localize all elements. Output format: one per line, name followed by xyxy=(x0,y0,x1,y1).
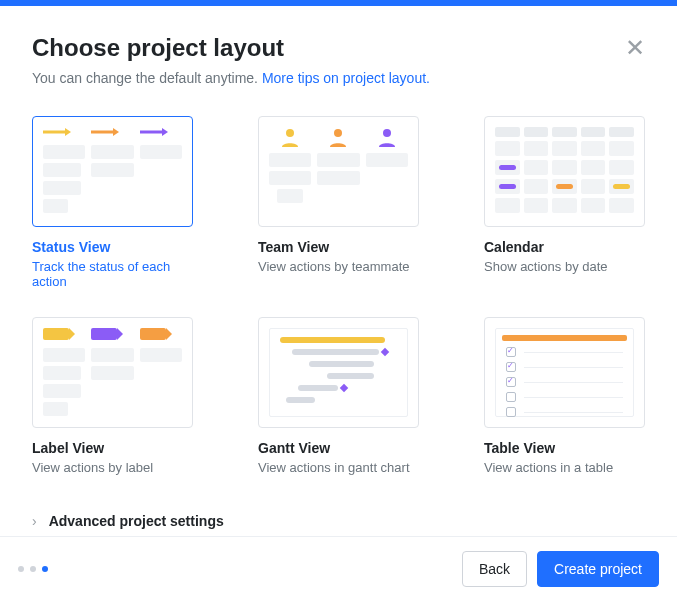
layout-desc: View actions in a table xyxy=(484,460,645,475)
label-view-thumb xyxy=(32,317,193,428)
svg-point-6 xyxy=(286,129,294,137)
person-icon xyxy=(328,127,348,147)
chevron-right-icon: › xyxy=(32,513,37,529)
subtitle-text: You can change the default anytime. xyxy=(32,70,262,86)
checkbox-icon xyxy=(506,347,516,357)
table-view-thumb xyxy=(484,317,645,428)
tag-icon xyxy=(140,328,166,340)
calendar-thumb xyxy=(484,116,645,227)
layout-option-status[interactable]: Status View Track the status of each act… xyxy=(32,116,193,289)
layout-option-gantt[interactable]: Gantt View View actions in gantt chart xyxy=(258,317,419,475)
layout-title: Gantt View xyxy=(258,440,419,456)
layout-desc: View actions in gantt chart xyxy=(258,460,419,475)
layout-option-calendar[interactable]: Calendar Show actions by date xyxy=(484,116,645,289)
advanced-settings-toggle[interactable]: › Advanced project settings xyxy=(32,507,645,535)
layout-option-team[interactable]: Team View View actions by teammate xyxy=(258,116,419,289)
person-icon xyxy=(377,127,397,147)
close-button[interactable]: ✕ xyxy=(625,36,645,60)
layout-title: Team View xyxy=(258,239,419,255)
advanced-settings-label: Advanced project settings xyxy=(49,513,224,529)
layout-desc: View actions by label xyxy=(32,460,193,475)
checkbox-icon xyxy=(506,377,516,387)
gantt-view-thumb xyxy=(258,317,419,428)
step-dot xyxy=(18,566,24,572)
arrow-right-icon xyxy=(43,127,85,137)
layout-title: Label View xyxy=(32,440,193,456)
layout-grid: Status View Track the status of each act… xyxy=(32,116,645,475)
person-icon xyxy=(280,127,300,147)
svg-point-7 xyxy=(334,129,342,137)
svg-marker-3 xyxy=(113,128,119,136)
team-view-thumb xyxy=(258,116,419,227)
step-dot xyxy=(42,566,48,572)
arrow-right-icon xyxy=(140,127,182,137)
svg-marker-5 xyxy=(162,128,168,136)
layout-desc: Show actions by date xyxy=(484,259,645,274)
footer: Back Create project xyxy=(0,536,677,601)
tips-link[interactable]: More tips on project layout. xyxy=(262,70,430,86)
layout-title: Table View xyxy=(484,440,645,456)
back-button[interactable]: Back xyxy=(462,551,527,587)
tag-icon xyxy=(91,328,117,340)
layout-title: Calendar xyxy=(484,239,645,255)
checkbox-icon xyxy=(506,392,516,402)
page-subtitle: You can change the default anytime. More… xyxy=(32,70,645,86)
footer-actions: Back Create project xyxy=(462,551,659,587)
layout-desc: View actions by teammate xyxy=(258,259,419,274)
status-view-thumb xyxy=(32,116,193,227)
close-icon: ✕ xyxy=(625,34,645,61)
step-dot xyxy=(30,566,36,572)
arrow-right-icon xyxy=(91,127,133,137)
svg-marker-1 xyxy=(65,128,71,136)
layout-option-table[interactable]: Table View View actions in a table xyxy=(484,317,645,475)
layout-option-label[interactable]: Label View View actions by label xyxy=(32,317,193,475)
content-area: Choose project layout You can change the… xyxy=(0,6,677,535)
create-project-button[interactable]: Create project xyxy=(537,551,659,587)
checkbox-icon xyxy=(506,362,516,372)
step-indicator xyxy=(18,566,48,572)
layout-desc: Track the status of each action xyxy=(32,259,193,289)
tag-icon xyxy=(43,328,69,340)
page-title: Choose project layout xyxy=(32,34,645,62)
layout-title: Status View xyxy=(32,239,193,255)
checkbox-icon xyxy=(506,407,516,417)
svg-point-8 xyxy=(383,129,391,137)
